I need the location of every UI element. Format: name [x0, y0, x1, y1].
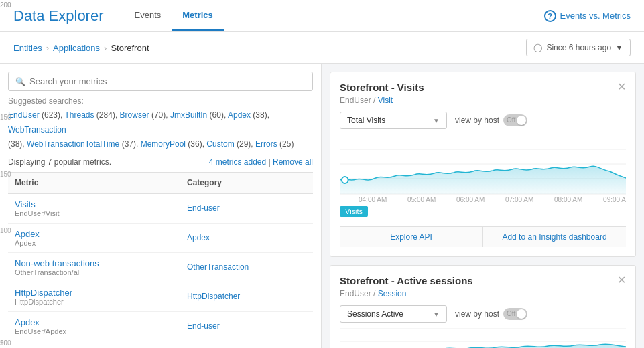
chart-dropdown-sessions[interactable]: Sessions Active ▼ — [340, 305, 447, 323]
chart-card-visits: Storefront - Visits ✕ EndUser / Visit To… — [330, 72, 636, 257]
suggested-webtransactiontotaltime[interactable]: WebTransactionTotalTime — [27, 139, 119, 149]
table-row: ApdexEndUser/Apdex End-user — [8, 311, 313, 341]
table-row: ApdexApdex Apdex — [8, 223, 313, 252]
close-icon-visits[interactable]: ✕ — [617, 82, 626, 92]
table-row: All externalExternal/all External — [8, 341, 313, 348]
chevron-down-icon: ▼ — [433, 117, 440, 124]
chart-svg-visits — [340, 135, 626, 195]
line-chart-sessions — [340, 328, 626, 348]
view-host-toggle-2: view by host Off — [455, 308, 527, 320]
table-row: HttpDispatcherHttpDispatcher HttpDispatc… — [8, 282, 313, 311]
suggested-label: Suggested searches: — [8, 96, 313, 106]
host-toggle-2[interactable]: Off — [503, 308, 527, 320]
help-text: Events vs. Metrics — [560, 11, 631, 21]
category-cell: HttpDispatcher — [180, 282, 313, 311]
suggested-links: EndUser (623), Threads (284), Browser (7… — [8, 108, 313, 152]
breadcrumb-sep-1: › — [46, 43, 49, 53]
help-icon: ? — [544, 10, 556, 22]
close-icon-sessions[interactable]: ✕ — [617, 275, 626, 286]
clock-icon: ◯ — [533, 43, 542, 52]
svg-point-5 — [342, 177, 348, 183]
explore-api-button[interactable]: Explore API — [340, 227, 483, 247]
chart-controls-sessions: Sessions Active ▼ view by host Off — [340, 305, 626, 323]
chart-header-sessions: Storefront - Active sessions ✕ — [340, 275, 626, 286]
metric-name[interactable]: Apdex — [15, 229, 174, 239]
metric-sub: HttpDispatcher — [15, 298, 174, 306]
since-selector[interactable]: ◯ Since 6 hours ago ▼ — [526, 39, 631, 56]
chart-subtitle-visits: EndUser / Visit — [340, 96, 626, 105]
line-chart-visits — [340, 135, 626, 195]
metric-sub: EndUser/Apdex — [15, 327, 174, 335]
chevron-down-icon: ▼ — [433, 311, 440, 318]
category-cell: Apdex — [180, 223, 313, 252]
suggested-threads[interactable]: Threads — [65, 110, 94, 120]
category-cell: OtherTransaction — [180, 252, 313, 282]
breadcrumb: Entities › Applications › Storefront — [13, 43, 149, 53]
suggested-custom[interactable]: Custom — [206, 139, 234, 149]
suggested-browser[interactable]: Browser — [120, 110, 149, 120]
add-insights-button[interactable]: Add to an Insights dashboard — [483, 227, 626, 247]
chart-subtitle-sessions: EndUser / Session — [340, 289, 626, 298]
col-category: Category — [180, 172, 313, 193]
suggested-jmxbuiltin[interactable]: JmxBuiltIn — [170, 110, 207, 120]
table-row: VisitsEndUser/Visit End-user — [8, 193, 313, 224]
metrics-table: Metric Category VisitsEndUser/Visit End-… — [8, 172, 313, 348]
search-box[interactable]: 🔍 — [8, 72, 313, 91]
breadcrumb-bar: Entities › Applications › Storefront ◯ S… — [0, 32, 644, 64]
subtitle-link-sessions[interactable]: Session — [378, 289, 407, 298]
chart-container-sessions: 200 150 100 — [340, 328, 626, 348]
search-input[interactable] — [29, 76, 306, 86]
metrics-header: Displaying 7 popular metrics. 4 metrics … — [8, 152, 313, 172]
host-toggle[interactable]: Off — [503, 114, 527, 126]
category-cell: End-user — [180, 193, 313, 224]
category-cell: End-user — [180, 311, 313, 341]
right-panel: Storefront - Visits ✕ EndUser / Visit To… — [322, 64, 644, 348]
metric-name[interactable]: Visits — [15, 199, 174, 209]
chart-container-visits: 200 150 100 50 — [340, 135, 626, 195]
chart-header-visits: Storefront - Visits ✕ — [340, 82, 626, 93]
chart-dropdown-visits[interactable]: Total Visits ▼ — [340, 112, 447, 129]
metric-sub: EndUser/Visit — [15, 209, 174, 217]
chart-controls-visits: Total Visits ▼ view by host Off — [340, 112, 626, 129]
visits-tag[interactable]: Visits — [340, 206, 368, 217]
chart-card-sessions: Storefront - Active sessions ✕ EndUser /… — [330, 265, 636, 348]
breadcrumb-applications[interactable]: Applications — [53, 43, 100, 53]
view-host-toggle: view by host Off — [455, 114, 527, 126]
breadcrumb-storefront: Storefront — [111, 43, 149, 53]
chart-actions-visits: Explore API Add to an Insights dashboard — [340, 226, 626, 247]
metric-name[interactable]: Apdex — [15, 317, 174, 327]
subtitle-link-visits[interactable]: Visit — [378, 96, 393, 105]
left-panel: 🔍 Suggested searches: EndUser (623), Thr… — [0, 64, 322, 348]
nav-metrics[interactable]: Metrics — [172, 1, 224, 31]
since-label: Since 6 hours ago — [546, 43, 611, 52]
remove-all-link[interactable]: Remove all — [273, 157, 313, 167]
metric-sub: OtherTransaction/all — [15, 268, 174, 276]
suggested-errors[interactable]: Errors — [255, 139, 277, 149]
metric-name[interactable]: HttpDispatcher — [15, 288, 174, 298]
main-content: 🔍 Suggested searches: EndUser (623), Thr… — [0, 64, 644, 348]
chevron-down-icon: ▼ — [615, 43, 623, 52]
displaying-info: Displaying 7 popular metrics. — [8, 157, 111, 167]
app-title: Data Explorer — [13, 7, 104, 25]
col-metric: Metric — [8, 172, 180, 193]
metrics-added[interactable]: 4 metrics added — [209, 157, 266, 167]
metrics-actions: 4 metrics added | Remove all — [209, 157, 313, 167]
chart-svg-sessions — [340, 328, 626, 348]
chart-title-sessions: Storefront - Active sessions — [340, 275, 473, 286]
breadcrumb-sep-2: › — [104, 43, 107, 53]
category-cell: External — [180, 341, 313, 348]
metric-sub: Apdex — [15, 239, 174, 247]
help-link[interactable]: ? Events vs. Metrics — [544, 10, 631, 22]
chart-title-visits: Storefront - Visits — [340, 82, 424, 93]
chart-x-axis-visits: 04:00 AM 05:00 AM 06:00 AM 07:00 AM 08:0… — [359, 196, 626, 203]
main-nav: Events Metrics — [124, 1, 224, 31]
table-row: Non-web transactionsOtherTransaction/all… — [8, 252, 313, 282]
metric-name[interactable]: Non-web transactions — [15, 258, 174, 268]
suggested-memorypool[interactable]: MemoryPool — [141, 139, 186, 149]
header: Data Explorer Events Metrics ? Events vs… — [0, 0, 644, 32]
nav-events[interactable]: Events — [124, 1, 172, 31]
suggested-apdex[interactable]: Apdex — [228, 110, 251, 120]
